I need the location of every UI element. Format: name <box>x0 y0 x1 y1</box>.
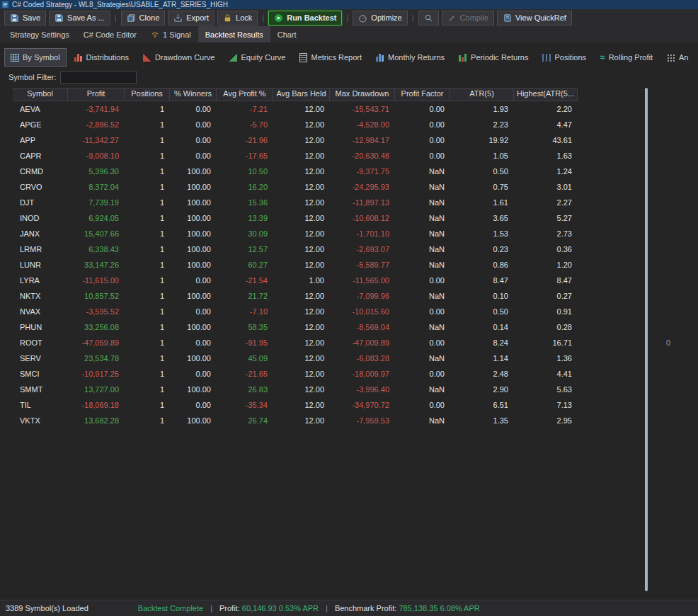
table-row[interactable]: VKTX13,682.281100.0026.7412.00-7,959.53N… <box>13 413 578 428</box>
column-header[interactable]: Profit <box>68 89 125 101</box>
tab-label: An <box>679 53 688 62</box>
export-label: Export <box>186 13 209 22</box>
table-row[interactable]: ROOT-47,059.8910.00-91.9512.00-47,009.89… <box>13 335 578 350</box>
column-header[interactable]: Symbol <box>13 89 68 101</box>
optimize-button[interactable]: Optimize <box>353 11 407 25</box>
table-row[interactable]: NKTX10,857.521100.0021.7212.00-7,099.96N… <box>13 288 578 304</box>
column-header[interactable]: Avg Profit % <box>217 89 273 101</box>
lock-button[interactable]: Lock <box>217 11 258 25</box>
tab-positions[interactable]: Positions <box>536 48 593 67</box>
table-row[interactable]: DJT7,739.191100.0015.3612.00-11,897.13Na… <box>13 195 578 210</box>
drawdown-icon <box>143 54 151 62</box>
table-row[interactable]: LYRA-11,615.0010.00-21.541.00-11,565.000… <box>13 273 578 288</box>
cell-avg-profit-: 13.39 <box>217 210 273 226</box>
column-header[interactable]: Highest(ATR(5... <box>514 89 578 101</box>
table-row[interactable]: CRVO8,372.041100.0016.2012.00-24,295.93N… <box>13 179 578 195</box>
table-header: SymbolProfitPositions% WinnersAvg Profit… <box>13 88 578 101</box>
save-icon <box>10 13 19 23</box>
tab-chart[interactable]: Chart <box>270 26 304 42</box>
table-row[interactable]: APGE-2,886.5210.00-5.7012.00-4,528.000.0… <box>13 117 578 132</box>
tab-label: Rolling Profit <box>609 53 653 62</box>
column-header[interactable]: Positions <box>125 89 170 101</box>
cell--winners: 0.00 <box>170 335 217 350</box>
tab-by-symbol[interactable]: By Symbol <box>4 48 67 67</box>
column-header[interactable]: Avg Bars Held <box>273 89 330 101</box>
save-as-button[interactable]: Save As ... <box>49 11 110 25</box>
column-header[interactable]: Profit Factor <box>395 89 450 101</box>
cell-positions: 1 <box>125 382 170 397</box>
clone-button[interactable]: Clone <box>121 11 166 25</box>
cell-atr-5-: 0.50 <box>450 304 514 319</box>
column-header[interactable]: % Winners <box>170 89 217 101</box>
table-row[interactable]: CAPR-9,008.1010.00-17.6512.00-20,630.480… <box>13 148 578 164</box>
tab-periodic-returns[interactable]: Periodic Returns <box>452 48 534 67</box>
table-row[interactable]: TIL-18,069.1810.00-35.3412.00-34,970.720… <box>13 397 578 413</box>
table-row[interactable]: SMCI-10,917.2510.00-21.6512.00-18,009.97… <box>13 366 578 382</box>
table-row[interactable]: LRMR6,338.431100.0012.5712.00-2,693.07Na… <box>13 241 578 257</box>
export-button[interactable]: Export <box>168 11 214 25</box>
cell-avg-profit-: 10.50 <box>217 164 273 179</box>
table-row[interactable]: LUNR33,147.261100.0060.2712.00-5,589.77N… <box>13 257 578 273</box>
cell--winners: 0.00 <box>170 117 217 132</box>
compile-label: Compile <box>460 13 488 22</box>
table-row[interactable]: PHUN33,256.081100.0058.3512.00-8,569.04N… <box>13 319 578 335</box>
cell-positions: 1 <box>125 304 170 319</box>
cell-atr-5-: 3.65 <box>450 210 514 226</box>
cell-highest-atr-5-: 2.27 <box>514 195 578 210</box>
table-row[interactable]: SMMT13,727.001100.0026.8312.00-3,996.40N… <box>13 382 578 397</box>
symbol-filter-input[interactable] <box>60 71 137 84</box>
play-icon <box>274 13 283 23</box>
tab-analysis-truncated[interactable]: An <box>660 48 694 67</box>
tab-strategy-settings[interactable]: Strategy Settings <box>3 26 76 42</box>
table-row[interactable]: SERV23,534.781100.0045.0912.00-6,083.28N… <box>13 350 578 366</box>
cell-symbol: APP <box>13 132 68 148</box>
table-row[interactable]: APP-11,342.2710.00-21.9612.00-12,984.170… <box>13 132 578 148</box>
cell-avg-bars-held: 12.00 <box>273 164 330 179</box>
column-header[interactable]: Max Drawdown <box>330 89 395 101</box>
table-row[interactable]: NVAX-3,595.5210.00-7.1012.00-10,015.600.… <box>13 304 578 319</box>
column-header[interactable]: ATR(5) <box>450 89 514 101</box>
tab-equity-curve[interactable]: Equity Curve <box>222 48 292 67</box>
cell-highest-atr-5-: 0.36 <box>514 241 578 257</box>
tab-backtest-results[interactable]: Backtest Results <box>198 26 270 42</box>
tab-drawdown-curve[interactable]: Drawdown Curve <box>137 48 221 67</box>
cell-avg-profit-: -21.54 <box>217 273 273 288</box>
cell-avg-bars-held: 1.00 <box>273 273 330 288</box>
run-backtest-button[interactable]: Run Backtest <box>268 11 342 25</box>
vertical-scrollbar[interactable] <box>645 88 648 591</box>
cell-profit: -11,615.00 <box>68 273 125 288</box>
tab-rolling-profit[interactable]: ≈Rolling Profit <box>594 48 659 67</box>
cell--winners: 100.00 <box>170 241 217 257</box>
cell--winners: 100.00 <box>170 226 217 241</box>
cell-atr-5-: 1.14 <box>450 350 514 366</box>
debug-button[interactable] <box>418 11 439 25</box>
table-row[interactable]: JANX15,407.661100.0030.0912.00-1,701.10N… <box>13 226 578 241</box>
cell-max-drawdown: -10,608.12 <box>330 210 395 226</box>
signal-icon <box>151 30 159 39</box>
cell-profit-factor: 0.00 <box>395 148 450 164</box>
view-quickref-button[interactable]: View QuickRef <box>497 11 572 25</box>
cell-highest-atr-5-: 5.63 <box>514 382 578 397</box>
tab-metrics-report[interactable]: Metrics Report <box>293 48 368 67</box>
cell-profit: 23,534.78 <box>68 350 125 366</box>
table-row[interactable]: AEVA-3,741.9410.00-7.2112.00-15,543.710.… <box>13 101 578 117</box>
cell-highest-atr-5-: 2.73 <box>514 226 578 241</box>
table-row[interactable]: CRMD5,396.301100.0010.5012.00-9,371.75Na… <box>13 164 578 179</box>
cell-atr-5-: 8.47 <box>450 273 514 288</box>
histogram-icon <box>74 54 83 62</box>
save-button[interactable]: Save <box>4 11 46 25</box>
equity-curve-icon <box>229 54 237 62</box>
cell-profit: 15,407.66 <box>68 226 125 241</box>
table-row[interactable]: INOD6,924.051100.0013.3912.00-10,608.12N… <box>13 210 578 226</box>
tab-code-editor[interactable]: C# Code Editor <box>76 26 144 42</box>
tab-label: Backtest Results <box>205 30 263 39</box>
cell-max-drawdown: -6,083.28 <box>330 350 395 366</box>
cell-profit-factor: NaN <box>395 210 450 226</box>
cell-avg-bars-held: 12.00 <box>273 288 330 304</box>
tab-monthly-returns[interactable]: Monthly Returns <box>370 48 451 67</box>
cell-avg-bars-held: 12.00 <box>273 319 330 335</box>
app-icon <box>2 1 8 8</box>
cell-profit: -18,069.18 <box>68 397 125 413</box>
tab-signals[interactable]: 1 Signal <box>144 26 198 42</box>
tab-distributions[interactable]: Distributions <box>68 48 136 67</box>
